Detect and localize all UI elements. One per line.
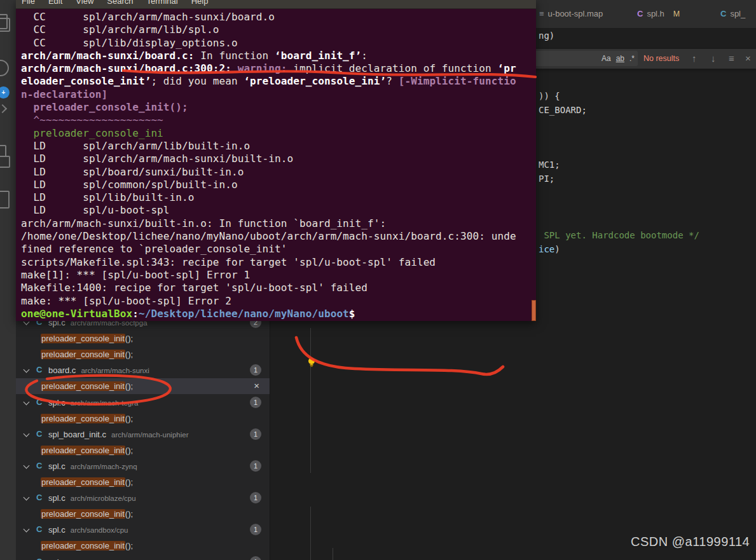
file-header-row[interactable]: Cspl.carch/sandbox/cpu1 [16,522,270,538]
terminal-line: ^~~~~~~~~~~~~~~~~~~~~ [16,114,536,126]
match-count-badge: 1 [250,364,261,376]
file-path: arch/arm/mach-zynq [71,463,137,470]
whole-word-toggle[interactable]: ab [616,53,624,64]
chevron-right-icon[interactable] [0,104,7,113]
code-token: arch/arm/mach-sunxi/board.c: [21,50,195,62]
file-header-row[interactable]: Cspl.carch/microblaze/cpu1 [16,490,270,506]
file-header-row[interactable]: Cboard.carch/arm/mach-sunxi1 [16,362,270,378]
tab-label: spl_ [730,9,745,18]
terminal-window[interactable]: FileEditViewSearchTerminalHelp CC spl/ar… [16,0,536,321]
git-modified-badge: M [673,10,680,18]
code-token: [-Wimplicit-functio [399,75,516,87]
c-file-icon: C [36,461,42,470]
terminal-scrollbar-thumb[interactable] [532,300,536,321]
terminal-line: CC spl/lib/display_options.o [16,37,536,50]
chevron-down-icon[interactable] [24,430,30,437]
code-sliver: )) { [539,91,560,101]
code-token: ‘board_init_f’ [275,50,361,62]
code-token: preloader_console_init(); [21,101,188,113]
code-token: Makefile:1400: recipe for target 'spl/u-… [21,282,368,294]
match-highlight: preloader_console_init [41,381,125,391]
terminal-menu-item[interactable]: Search [107,0,133,6]
lightbulb-icon[interactable] [307,357,316,368]
terminal-line: n-declaration] [16,88,536,101]
c-file-icon: C [36,397,42,407]
search-result-row[interactable]: preloader_console_init(); [16,411,270,427]
file-name: spl.carch/sandbox/cpu [48,525,128,535]
terminal-menu-item[interactable]: File [22,0,35,6]
files-icon-back [0,18,10,32]
file-path: arch/sandbox/cpu [71,526,128,534]
tab-ubootsplmap[interactable]: ≡u-boot-spl.map [533,0,631,28]
file-header-row[interactable]: Cspl.carch/arm/mach-zynq1 [16,458,270,474]
chevron-down-icon[interactable] [24,367,30,373]
code-token: arch/arm/mach-sunxi/built-in.o: In funct… [21,217,386,229]
terminal-menu-item[interactable]: Help [191,0,209,6]
chevron-down-icon[interactable] [24,495,30,501]
tab-spl[interactable]: Cspl_ [714,0,756,28]
file-name: spl.carch/microblaze/cpu [48,493,136,503]
vscode-window: + Cspl.carch/arm/mach-socfpga2preloader_… [0,0,756,560]
terminal-line: arch/arm/mach-sunxi/built-in.o: In funct… [16,217,536,230]
search-result-row[interactable]: preloader_console_init(); [16,442,270,458]
dismiss-result-button[interactable]: × [254,380,259,392]
search-result-row[interactable]: preloader_console_init(); [16,506,270,522]
next-match-button[interactable]: ↓ [711,52,716,65]
terminal-line: arch/arm/mach-sunxi/board.c: In function… [16,50,536,62]
file-header-row[interactable]: Cspl.carch/arm/mach-tegra1 [16,395,270,411]
output-icon[interactable] [0,191,10,208]
indent-guide [310,328,311,473]
terminal-line: scripts/Makefile.spl:343: recipe for tar… [16,256,536,269]
search-result-row[interactable]: preloader_console_init(); [16,346,270,362]
search-result-row[interactable]: preloader_console_init();× [16,378,270,394]
search-result-row[interactable]: preloader_console_init(); [16,538,270,554]
find-in-selection-button[interactable]: ≡ [729,52,734,65]
code-token: )) { [539,91,560,101]
match-highlight: preloader_console_init [41,509,125,519]
match-count-badge: 1 [250,492,261,503]
result-rest: (); [125,350,133,359]
match-count-badge: 1 [250,460,261,472]
find-input[interactable]: Aaab.* [528,51,638,66]
chevron-down-icon[interactable] [24,399,30,405]
chevron-down-icon[interactable] [24,526,30,533]
debug-circle-icon[interactable] [0,60,9,76]
regex-toggle[interactable]: .* [629,53,635,64]
result-rest: (); [125,381,133,391]
result-rest: (); [125,334,133,343]
tab-inner: ≡u-boot-spl.map [533,0,631,28]
terminal-line: make: *** [spl/u-boot-spl] Error 2 [16,295,536,308]
file-path: arch/arm/mach-sunxi [81,367,149,374]
result-text: preloader_console_init(); [41,414,133,423]
close-find-button[interactable]: × [745,52,751,65]
find-widget: Aaab.* No results ↑↓≡× [525,49,756,69]
file-header-row[interactable]: Cspl.carch/x86/lib1 [16,554,270,560]
terminal-line: preloader_console_init(); [16,101,536,114]
match-case-toggle[interactable]: Aa [601,53,611,64]
terminal-line: CC spl/arch/arm/mach-sunxi/board.o [16,11,536,24]
chevron-down-icon[interactable] [24,462,30,468]
search-result-row[interactable]: preloader_console_init(); [16,331,270,346]
terminal-menu-item[interactable]: Terminal [147,0,178,6]
code-token: LD spl/lib/built-in.o [21,191,195,203]
find-status: No results [643,54,679,63]
code-token: CC spl/arch/arm/mach-sunxi/board.o [21,11,275,23]
previous-match-button[interactable]: ↑ [692,52,697,65]
code-sliver: ice) [539,244,560,254]
code-sliver: MC1; [539,160,560,170]
result-rest: (); [125,446,133,455]
updates-badge: + [0,86,10,99]
map-file-icon: ≡ [539,0,544,28]
file-path: arch/arm/mach-tegra [71,399,139,407]
code-token: In function [195,50,275,62]
file-header-row[interactable]: Cspl_board_init.carch/arm/mach-uniphier1 [16,427,270,442]
c-file-icon: C [36,493,42,502]
code-token: make: *** [spl/u-boot-spl] Error 2 [21,295,231,307]
terminal-menu-item[interactable]: View [76,0,93,6]
match-count-badge: 1 [250,397,261,408]
terminal-output[interactable]: CC spl/arch/arm/mach-sunxi/board.o CC sp… [16,9,536,321]
file-name: spl.carch/arm/mach-tegra [48,398,138,407]
terminal-menu-item[interactable]: Edit [48,0,62,6]
tab-splh[interactable]: Cspl.hM [631,0,715,28]
search-result-row[interactable]: preloader_console_init(); [16,474,270,490]
